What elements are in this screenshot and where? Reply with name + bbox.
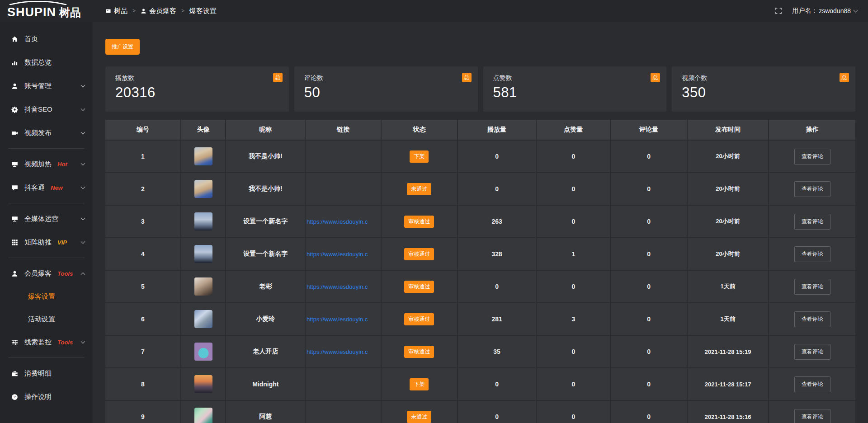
cell-comments: 0	[610, 173, 686, 205]
sidebar-badge-tools: Tools	[57, 270, 73, 277]
logo-suffix: 树品	[59, 5, 81, 20]
stat-label: 视频个数	[682, 74, 845, 82]
cell-link: https://www.iesdouyin.c	[305, 238, 381, 270]
view-comments-button[interactable]: 查看评论	[794, 149, 830, 164]
cell-plays: 263	[457, 206, 536, 237]
view-comments-button[interactable]: 查看评论	[794, 409, 830, 423]
sidebar-item-video-heat[interactable]: 视频加热Hot	[0, 152, 93, 176]
promo-settings-button[interactable]: 推广设置	[105, 39, 140, 55]
cell-id: 1	[105, 141, 180, 172]
status-badge: 未通过	[407, 183, 431, 195]
sidebar-item-video-publish[interactable]: 视频发布	[0, 121, 93, 145]
stat-card: 视频个数350总	[672, 66, 855, 112]
sidebar-item-label: 视频加热	[24, 160, 52, 169]
breadcrumb-item-member-baoke[interactable]: 会员爆客	[141, 7, 176, 15]
cell-nickname: 我不是小帅!	[225, 173, 305, 205]
sidebar-item-doukertong[interactable]: 抖客通New	[0, 176, 93, 199]
view-comments-button[interactable]: 查看评论	[794, 311, 830, 327]
user-menu[interactable]: 用户名：zswodun88	[792, 7, 857, 15]
column-header: 编号	[105, 120, 180, 140]
cell-status: 审核通过	[381, 271, 457, 302]
view-comments-button[interactable]: 查看评论	[794, 181, 830, 197]
sidebar-item-label: 线索监控	[24, 338, 52, 347]
sidebar-badge-hot: Hot	[57, 161, 67, 168]
status-badge: 审核通过	[404, 216, 434, 228]
avatar	[194, 212, 212, 230]
cell-plays: 0	[457, 173, 536, 205]
view-comments-button[interactable]: 查看评论	[794, 344, 830, 360]
cell-id: 8	[105, 368, 180, 400]
fullscreen-icon[interactable]	[775, 7, 782, 14]
cell-nickname: 小爱玲	[225, 303, 305, 335]
total-badge: 总	[462, 73, 472, 82]
avatar	[194, 375, 212, 393]
sidebar-subitem-label: 活动设置	[28, 315, 55, 324]
view-comments-button[interactable]: 查看评论	[794, 376, 830, 392]
cell-time: 1天前	[687, 271, 769, 302]
view-comments-button[interactable]: 查看评论	[794, 246, 830, 262]
sidebar-item-home[interactable]: 首页	[0, 27, 93, 51]
cell-nickname: 设置一个新名字	[225, 206, 305, 237]
sidebar-item-clue-monitor[interactable]: 线索监控Tools	[0, 330, 93, 354]
table-row: 8Midnight下架0002021-11-28 15:17查看评论	[105, 367, 855, 400]
cell-action: 查看评论	[768, 173, 855, 205]
sidebar-divider	[8, 357, 85, 358]
sidebar-item-label: 抖客通	[24, 183, 45, 192]
chevron-down-icon	[81, 130, 85, 135]
stat-card: 点赞数581总	[483, 66, 667, 112]
table-row: 9阿慧未通过0002021-11-28 15:16查看评论	[105, 400, 855, 423]
sidebar-item-douyin-seo[interactable]: 抖音SEO	[0, 98, 93, 121]
view-comments-button[interactable]: 查看评论	[794, 279, 830, 295]
sidebar-subitem-activity-settings[interactable]: 活动设置	[0, 308, 93, 330]
breadcrumb-item-shupin[interactable]: 树品	[105, 7, 127, 15]
cell-likes: 0	[536, 271, 610, 302]
video-link[interactable]: https://www.iesdouyin.c	[306, 218, 381, 225]
total-badge: 总	[273, 73, 283, 82]
video-link[interactable]: https://www.iesdouyin.c	[306, 348, 381, 355]
sidebar-item-operation-guide[interactable]: ?操作说明	[0, 385, 93, 409]
video-link[interactable]: https://www.iesdouyin.c	[306, 251, 381, 258]
cell-action: 查看评论	[768, 206, 855, 237]
cell-status: 下架	[381, 141, 457, 172]
cell-avatar	[180, 206, 226, 237]
cell-link	[305, 141, 381, 172]
table-row: 4设置一个新名字https://www.iesdouyin.c审核通过32810…	[105, 237, 855, 270]
video-link[interactable]: https://www.iesdouyin.c	[306, 316, 381, 323]
cell-avatar	[180, 336, 226, 367]
cell-nickname: 老人开店	[225, 336, 305, 367]
cell-id: 7	[105, 336, 180, 367]
sidebar-item-matrix-boost[interactable]: 矩阵助推VIP	[0, 230, 93, 254]
status-badge: 审核通过	[404, 313, 434, 325]
sidebar-item-member-baoke[interactable]: 会员爆客Tools	[0, 262, 93, 285]
sidebar-divider	[8, 148, 85, 149]
help-icon: ?	[11, 394, 18, 400]
cell-nickname: 阿慧	[225, 401, 305, 423]
cell-link	[305, 401, 381, 423]
sidebar-badge-vip: VIP	[57, 239, 67, 246]
sidebar-item-label: 矩阵助推	[24, 238, 52, 247]
chevron-up-icon	[81, 272, 85, 277]
view-comments-button[interactable]: 查看评论	[794, 214, 830, 230]
sidebar-subitem-baoke-settings[interactable]: 爆客设置	[0, 285, 93, 308]
cell-plays: 0	[457, 368, 536, 400]
video-link[interactable]: https://www.iesdouyin.c	[306, 283, 381, 290]
sidebar-item-data-overview[interactable]: 数据总览	[0, 51, 93, 74]
column-header: 状态	[381, 120, 457, 140]
sidebar-item-account-management[interactable]: 账号管理	[0, 74, 93, 98]
monitor-icon	[11, 216, 18, 222]
sidebar-item-consumption-detail[interactable]: 消费明细	[0, 362, 93, 385]
cell-time: 1天前	[687, 303, 769, 335]
topbar: 树品>会员爆客>爆客设置 用户名：zswodun88	[93, 0, 868, 22]
chevron-down-icon	[81, 161, 85, 166]
cell-likes: 1	[536, 238, 610, 270]
status-badge: 未通过	[407, 411, 431, 423]
cell-id: 6	[105, 303, 180, 335]
cell-id: 3	[105, 206, 180, 237]
table-row: 2我不是小帅!未通过00020小时前查看评论	[105, 172, 855, 205]
cell-link: https://www.iesdouyin.c	[305, 271, 381, 302]
sidebar-item-label: 全媒体运营	[24, 215, 58, 223]
cell-likes: 3	[536, 303, 610, 335]
stat-label: 播放数	[115, 74, 279, 82]
avatar	[194, 245, 212, 263]
sidebar-item-media-operation[interactable]: 全媒体运营	[0, 207, 93, 230]
